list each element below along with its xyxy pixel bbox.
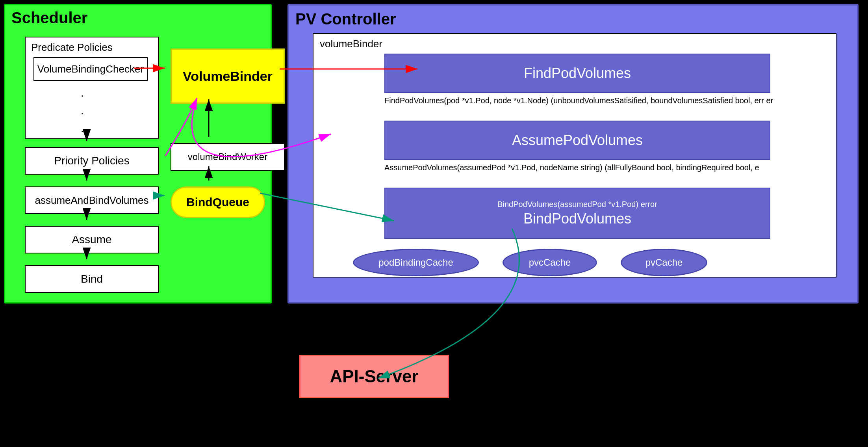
api-server-box: API-Server	[299, 355, 449, 398]
priority-policies-box: Priority Policies	[25, 147, 159, 175]
predicate-policies-box: Predicate Policies VolumeBindingChecker …	[25, 37, 159, 139]
predicate-policies-label: Predicate Policies	[31, 41, 113, 54]
pv-controller-box: PV Controller volumeBinder FindPodVolume…	[287, 4, 859, 304]
bind-box: Bind	[25, 265, 159, 293]
bind-pod-volumes-box: BindPodVolumes(assumedPod *v1.Pod) error…	[384, 188, 770, 239]
bind-queue-label: BindQueue	[186, 196, 249, 209]
priority-policies-label: Priority Policies	[54, 155, 129, 167]
pv-volume-binder-inner: volumeBinder FindPodVolumes FindPodVolum…	[313, 33, 836, 278]
volume-bind-worker-box: volumeBindWorker	[171, 143, 285, 171]
assume-label: Assume	[72, 233, 111, 246]
pv-volume-binder-label: volumeBinder	[320, 38, 382, 50]
find-pod-volumes-label: FindPodVolumes	[524, 65, 631, 82]
scheduler-box: Scheduler Predicate Policies VolumeBindi…	[4, 4, 272, 304]
scheduler-title: Scheduler	[11, 9, 87, 27]
volume-binder-label: VolumeBinder	[183, 69, 273, 84]
pod-binding-cache-label: podBindingCache	[378, 257, 453, 268]
pvc-cache-label: pvcCache	[529, 257, 571, 268]
volume-binder-box: VolumeBinder	[171, 48, 285, 104]
pv-controller-title: PV Controller	[295, 10, 396, 28]
assume-pod-volumes-label: AssumePodVolumes	[512, 132, 643, 149]
assume-bind-box: assumeAndBindVolumes	[25, 186, 159, 214]
assume-bind-label: assumeAndBindVolumes	[35, 194, 148, 207]
bind-pod-volumes-label: BindPodVolumes	[523, 210, 631, 227]
volume-binding-checker-label: VolumeBindingChecker	[37, 63, 144, 75]
pod-binding-cache-ellipse: podBindingCache	[353, 249, 479, 276]
api-server-label: API-Server	[330, 367, 418, 386]
volume-binding-checker-box: VolumeBindingChecker	[33, 57, 148, 81]
assume-box: Assume	[25, 226, 159, 253]
find-pod-volumes-box: FindPodVolumes	[384, 54, 770, 93]
pv-cache-ellipse: pvCache	[621, 249, 707, 276]
find-pod-volumes-signature: FindPodVolumes(pod *v1.Pod, node *v1.Nod…	[384, 96, 773, 105]
diagram-container: Scheduler Predicate Policies VolumeBindi…	[0, 0, 868, 447]
pvc-cache-ellipse: pvcCache	[503, 249, 597, 276]
assume-pod-volumes-signature: AssumePodVolumes(assumedPod *v1.Pod, nod…	[384, 163, 759, 172]
volume-bind-worker-label: volumeBindWorker	[188, 151, 267, 162]
bind-label: Bind	[81, 273, 103, 285]
bind-pod-volumes-sig-label: BindPodVolumes(assumedPod *v1.Pod) error	[497, 200, 657, 209]
dots: ···	[81, 87, 84, 140]
assume-pod-volumes-box: AssumePodVolumes	[384, 121, 770, 160]
bind-queue-box: BindQueue	[171, 186, 265, 218]
pv-cache-label: pvCache	[645, 257, 683, 268]
